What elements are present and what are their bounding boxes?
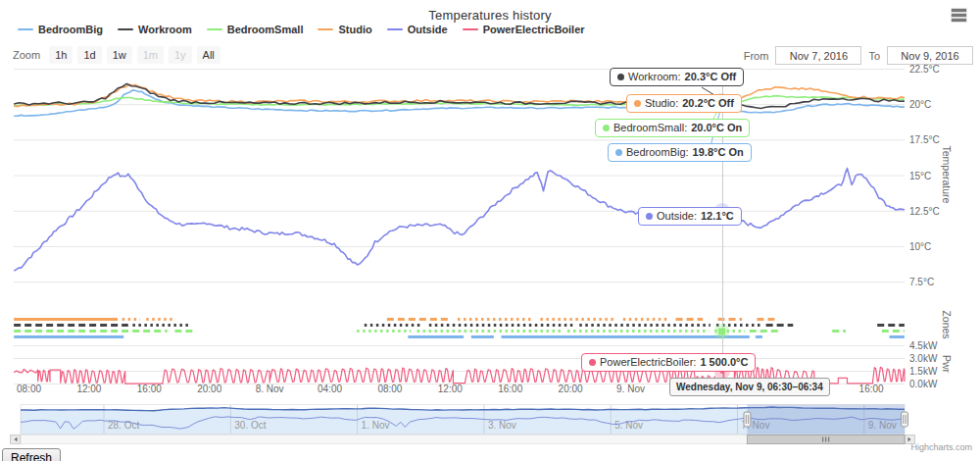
- hover-zone-marker: [718, 329, 725, 335]
- x-axis-tick-label: 12:00: [438, 384, 463, 394]
- hamburger-bar: [952, 19, 966, 22]
- y-axis-tick-label: 17.5°C: [909, 134, 940, 145]
- to-label: To: [868, 50, 880, 62]
- tooltip-value: 12.1°C: [701, 210, 734, 222]
- x-axis-tick-label: 12:00: [76, 384, 101, 394]
- tooltip-value: 20.0°C On: [691, 122, 742, 133]
- series-color-swatch: [387, 28, 403, 31]
- series-dot: [603, 125, 610, 131]
- tooltip-outside: Outside: 12.1°C: [638, 207, 742, 226]
- series-dot: [646, 213, 653, 220]
- zoom-button-all[interactable]: All: [197, 46, 220, 64]
- zoom-button-1w[interactable]: 1w: [107, 46, 132, 64]
- hamburger-bar: [952, 14, 966, 17]
- x-axis-tick-label: 20:00: [559, 384, 583, 394]
- y-axis-tick-label: 3.0kW: [909, 353, 938, 364]
- x-axis-tick-label: 16:00: [859, 384, 884, 394]
- legend-item-bedroombig[interactable]: BedroomBig: [18, 24, 103, 35]
- range-selector: Zoom 1h 1d 1w 1m 1y All: [13, 46, 220, 64]
- export-menu-icon[interactable]: [952, 9, 966, 24]
- y-axis-tick-label: 0.0kW: [909, 379, 938, 389]
- legend-item-bedroomsmall[interactable]: BedroomSmall: [207, 24, 304, 35]
- series-dot: [615, 149, 622, 156]
- series-dot: [617, 74, 624, 80]
- series-line-outside: [14, 169, 905, 272]
- tooltip-date-header: Wednesday, Nov 9, 06:30–06:34: [669, 378, 830, 396]
- x-axis-tick-label: 20:00: [197, 384, 221, 394]
- y-axis-tick-label: 15°C: [909, 171, 931, 181]
- y-axis-tick-label: 10°C: [909, 241, 931, 252]
- series-color-swatch: [318, 28, 333, 31]
- zoom-label: Zoom: [13, 49, 40, 61]
- tooltip-label: Outside:: [657, 210, 697, 222]
- navigator-tick-label: 28. Oct: [108, 420, 139, 431]
- legend-label: BedroomBig: [38, 24, 103, 35]
- zoom-button-1y: 1y: [169, 46, 192, 64]
- zones-axis-title: Zones: [941, 310, 953, 338]
- from-label: From: [744, 50, 769, 62]
- tooltip-studio: Studio: 20.2°C Off: [626, 94, 742, 113]
- series-color-swatch: [463, 28, 478, 31]
- series-color-swatch: [118, 28, 133, 31]
- to-date-input[interactable]: [887, 46, 973, 65]
- highcharts-credit[interactable]: Highcharts.com: [910, 442, 972, 452]
- temperatures-history-app: Temperatures history BedroomBig Workroom…: [0, 0, 980, 461]
- legend: BedroomBig Workroom BedroomSmall Studio …: [18, 24, 585, 35]
- y-axis-tick-label: 12.5°C: [909, 206, 940, 217]
- y-axis-tick-label: 22.5°C: [909, 64, 940, 75]
- navigator-handle-left[interactable]: [744, 412, 751, 427]
- from-date-input[interactable]: [775, 46, 861, 65]
- legend-item-studio[interactable]: Studio: [318, 24, 371, 35]
- tooltip-label: Workroom:: [628, 71, 681, 82]
- y-axis-tick-label: 1.5kW: [909, 366, 938, 377]
- series-dot: [634, 100, 641, 107]
- x-axis-tick-label: 08:00: [17, 384, 41, 394]
- tooltip-label: BedroomBig:: [626, 146, 689, 158]
- hamburger-bar: [952, 9, 966, 12]
- zoom-button-1h[interactable]: 1h: [49, 46, 73, 64]
- legend-item-outside[interactable]: Outside: [387, 24, 448, 35]
- tooltip-value: 20.3°C Off: [685, 71, 737, 82]
- x-axis-tick-label: 16:00: [498, 384, 522, 394]
- tooltip-value: 19.8°C On: [693, 146, 744, 158]
- y-axis-tick-label: 7.5°C: [909, 277, 934, 287]
- legend-label: Studio: [338, 24, 371, 35]
- tooltip-workroom: Workroom: 20.3°C Off: [610, 68, 744, 86]
- navigator-selected-range[interactable]: [747, 405, 905, 435]
- date-range-inputs: From To: [744, 46, 973, 65]
- tooltip-label: BedroomSmall:: [613, 122, 687, 133]
- tooltip-bedroombig: BedroomBig: 19.8°C On: [608, 143, 752, 162]
- x-axis-tick-label: 16:00: [137, 384, 162, 394]
- series-color-swatch: [18, 28, 33, 31]
- series-color-swatch: [207, 28, 222, 31]
- tooltip-powerelectricboiler: PowerElectricBoiler: 1 500.0°C: [581, 353, 756, 372]
- x-axis-tick-label: 04:00: [318, 384, 342, 394]
- tooltip-label: Studio:: [645, 97, 678, 109]
- navigator-tick-label: 1. Nov: [362, 420, 390, 431]
- zoom-button-1m: 1m: [137, 46, 164, 64]
- x-axis-tick-label: 9. Nov: [616, 384, 645, 394]
- zoom-button-1d[interactable]: 1d: [77, 46, 101, 64]
- legend-item-powerelectricboiler[interactable]: PowerElectricBoiler: [463, 24, 585, 35]
- legend-label: BedroomSmall: [227, 24, 304, 35]
- navigator-tick-label: 30. Oct: [234, 420, 266, 431]
- tooltip-bedroomsmall: BedroomSmall: 20.0°C On: [595, 119, 750, 137]
- legend-item-workroom[interactable]: Workroom: [118, 24, 192, 35]
- chart-plot-area[interactable]: 22.5°C20°C17.5°C15°C12.5°C10°C7.5°C4.5kW…: [0, 0, 980, 461]
- tooltip-value: 20.2°C Off: [682, 97, 734, 109]
- legend-label: Outside: [408, 24, 448, 35]
- tooltip-label: PowerElectricBoiler:: [600, 356, 696, 368]
- y-axis-tick-label: 20°C: [909, 99, 931, 110]
- temperature-axis-title: Temperature: [941, 146, 953, 204]
- navigator-handle-right[interactable]: [902, 412, 908, 427]
- series-dot: [589, 359, 596, 366]
- x-axis-tick-label: 8. Nov: [256, 384, 284, 394]
- refresh-button[interactable]: Refresh: [2, 448, 61, 461]
- power-axis-title: Pwr: [941, 355, 953, 374]
- tooltip-value: 1 500.0°C: [700, 356, 748, 368]
- y-axis-tick-label: 4.5kW: [909, 340, 938, 351]
- navigator-tick-label: 3. Nov: [488, 420, 516, 431]
- legend-label: Workroom: [138, 24, 192, 35]
- legend-label: PowerElectricBoiler: [483, 24, 585, 35]
- x-axis-tick-label: 08:00: [377, 384, 402, 394]
